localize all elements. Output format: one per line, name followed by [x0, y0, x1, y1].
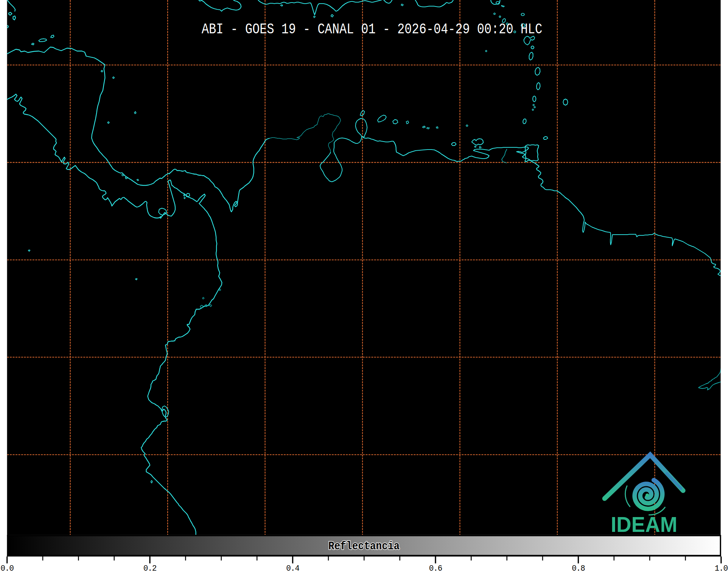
svg-text:1.0: 1.0: [715, 564, 728, 571]
svg-text:0.0: 0.0: [0, 564, 13, 571]
svg-text:0.8: 0.8: [572, 564, 585, 571]
svg-text:Reflectancia: Reflectancia: [328, 540, 400, 553]
svg-text:0.4: 0.4: [286, 564, 299, 571]
svg-text:0.2: 0.2: [143, 564, 156, 571]
svg-text:0.6: 0.6: [429, 564, 442, 571]
svg-text:IDEAM: IDEAM: [611, 512, 677, 537]
svg-text:ABI - GOES 19 - CANAL 01 - 202: ABI - GOES 19 - CANAL 01 - 2026-04-29 00…: [202, 21, 542, 38]
